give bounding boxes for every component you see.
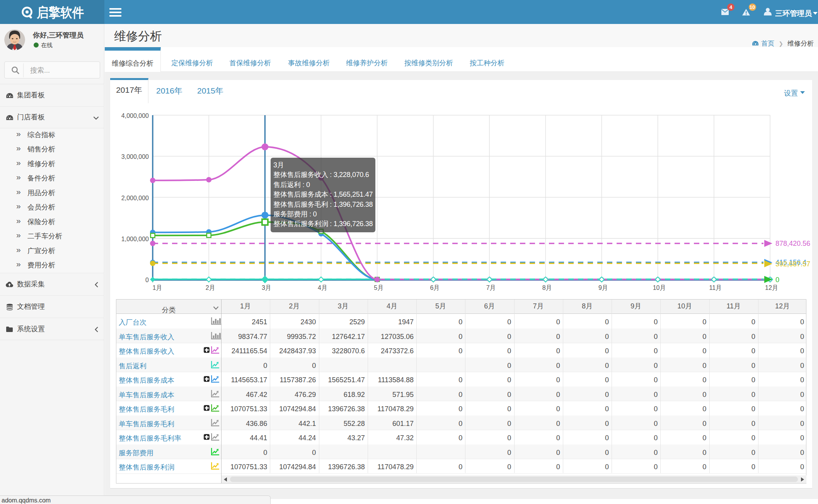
svg-text:10月: 10月: [653, 284, 666, 291]
svg-text:6月: 6月: [430, 284, 440, 291]
svg-text:2月: 2月: [206, 284, 215, 291]
svg-text:2,000,000: 2,000,000: [121, 195, 149, 201]
svg-text:4月: 4月: [318, 284, 327, 291]
svg-text:0: 0: [145, 277, 149, 283]
svg-text:3,000,000: 3,000,000: [121, 153, 149, 160]
svg-text:878,420.56: 878,420.56: [775, 240, 810, 247]
svg-text:9月: 9月: [598, 284, 608, 291]
svg-text:启擎软件: 启擎软件: [36, 5, 84, 20]
svg-text:5月: 5月: [374, 284, 383, 291]
svg-text:1,000,000: 1,000,000: [121, 236, 149, 242]
svg-text:1月: 1月: [153, 284, 162, 291]
svg-text:8月: 8月: [542, 284, 552, 291]
svg-text:392,687.57: 392,687.57: [775, 260, 810, 268]
svg-text:11月: 11月: [709, 284, 722, 291]
svg-text:12月: 12月: [765, 284, 778, 291]
svg-text:7月: 7月: [486, 284, 496, 291]
svg-text:4,000,000: 4,000,000: [121, 112, 149, 119]
svg-text:3月: 3月: [262, 284, 271, 291]
svg-text:0: 0: [775, 276, 779, 284]
